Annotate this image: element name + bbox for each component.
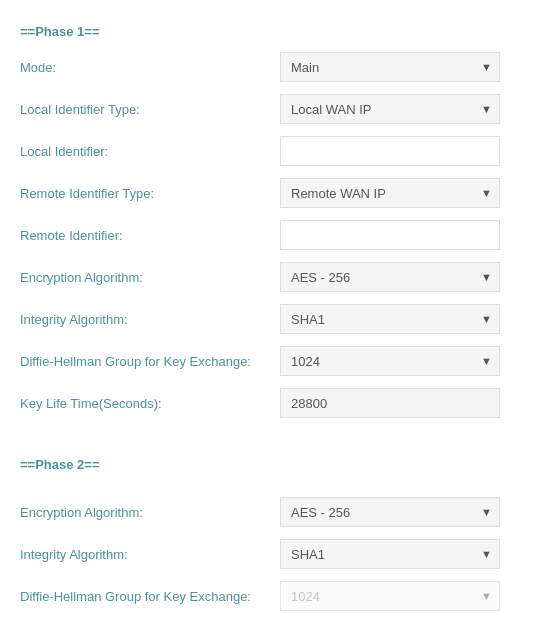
p1-encryption-select-wrapper: AES - 256 ▼ bbox=[280, 262, 500, 292]
p2-encryption-control: AES - 256 ▼ bbox=[280, 497, 500, 527]
local-identifier-type-row: Local Identifier Type: Local WAN IP ▼ bbox=[20, 93, 517, 125]
phase1-header: ==Phase 1== bbox=[20, 24, 517, 39]
remote-identifier-label: Remote Identifier: bbox=[20, 228, 280, 243]
p2-encryption-select-wrapper: AES - 256 ▼ bbox=[280, 497, 500, 527]
p1-integrity-select[interactable]: SHA1 bbox=[280, 304, 500, 334]
p1-key-life-row: Key Life Time(Seconds): bbox=[20, 387, 517, 419]
p1-dh-group-select-wrapper: 1024 ▼ bbox=[280, 346, 500, 376]
remote-identifier-type-control: Remote WAN IP ▼ bbox=[280, 178, 500, 208]
local-identifier-type-select[interactable]: Local WAN IP bbox=[280, 94, 500, 124]
p2-dh-group-select-wrapper: 1024 ▼ bbox=[280, 581, 500, 611]
p1-key-life-input[interactable] bbox=[280, 388, 500, 418]
p2-dh-group-control: 1024 ▼ bbox=[280, 581, 500, 611]
mode-control: Main ▼ bbox=[280, 52, 500, 82]
p2-dh-group-select[interactable]: 1024 bbox=[280, 581, 500, 611]
p2-encryption-label: Encryption Algorithm: bbox=[20, 505, 280, 520]
remote-identifier-type-row: Remote Identifier Type: Remote WAN IP ▼ bbox=[20, 177, 517, 209]
p2-integrity-label: Integrity Algorithm: bbox=[20, 547, 280, 562]
local-identifier-row: Local Identifier: bbox=[20, 135, 517, 167]
p2-encryption-select[interactable]: AES - 256 bbox=[280, 497, 500, 527]
local-identifier-type-label: Local Identifier Type: bbox=[20, 102, 280, 117]
mode-row: Mode: Main ▼ bbox=[20, 51, 517, 83]
p2-dh-group-row: Diffie-Hellman Group for Key Exchange: 1… bbox=[20, 580, 517, 612]
local-identifier-type-select-wrapper: Local WAN IP ▼ bbox=[280, 94, 500, 124]
p1-encryption-label: Encryption Algorithm: bbox=[20, 270, 280, 285]
remote-identifier-type-select-wrapper: Remote WAN IP ▼ bbox=[280, 178, 500, 208]
p1-key-life-label: Key Life Time(Seconds): bbox=[20, 396, 280, 411]
remote-identifier-row: Remote Identifier: bbox=[20, 219, 517, 251]
mode-label: Mode: bbox=[20, 60, 280, 75]
p2-integrity-select-wrapper: SHA1 ▼ bbox=[280, 539, 500, 569]
p1-dh-group-row: Diffie-Hellman Group for Key Exchange: 1… bbox=[20, 345, 517, 377]
local-identifier-input[interactable] bbox=[280, 136, 500, 166]
p2-integrity-control: SHA1 ▼ bbox=[280, 539, 500, 569]
p1-integrity-label: Integrity Algorithm: bbox=[20, 312, 280, 327]
p1-encryption-select[interactable]: AES - 256 bbox=[280, 262, 500, 292]
p1-dh-group-select[interactable]: 1024 bbox=[280, 346, 500, 376]
p1-integrity-control: SHA1 ▼ bbox=[280, 304, 500, 334]
p2-integrity-row: Integrity Algorithm: SHA1 ▼ bbox=[20, 538, 517, 570]
p1-dh-group-label: Diffie-Hellman Group for Key Exchange: bbox=[20, 354, 280, 369]
p2-encryption-row: Encryption Algorithm: AES - 256 ▼ bbox=[20, 496, 517, 528]
remote-identifier-control bbox=[280, 220, 500, 250]
mode-select[interactable]: Main bbox=[280, 52, 500, 82]
remote-identifier-input[interactable] bbox=[280, 220, 500, 250]
p2-dh-group-label: Diffie-Hellman Group for Key Exchange: bbox=[20, 589, 280, 604]
remote-identifier-type-select[interactable]: Remote WAN IP bbox=[280, 178, 500, 208]
p1-encryption-row: Encryption Algorithm: AES - 256 ▼ bbox=[20, 261, 517, 293]
p1-key-life-control bbox=[280, 388, 500, 418]
local-identifier-control bbox=[280, 136, 500, 166]
remote-identifier-type-label: Remote Identifier Type: bbox=[20, 186, 280, 201]
p2-integrity-select[interactable]: SHA1 bbox=[280, 539, 500, 569]
local-identifier-type-control: Local WAN IP ▼ bbox=[280, 94, 500, 124]
mode-select-wrapper: Main ▼ bbox=[280, 52, 500, 82]
local-identifier-label: Local Identifier: bbox=[20, 144, 280, 159]
phase2-header: ==Phase 2== bbox=[20, 457, 517, 472]
p1-integrity-select-wrapper: SHA1 ▼ bbox=[280, 304, 500, 334]
p1-dh-group-control: 1024 ▼ bbox=[280, 346, 500, 376]
p1-integrity-row: Integrity Algorithm: SHA1 ▼ bbox=[20, 303, 517, 335]
p1-encryption-control: AES - 256 ▼ bbox=[280, 262, 500, 292]
